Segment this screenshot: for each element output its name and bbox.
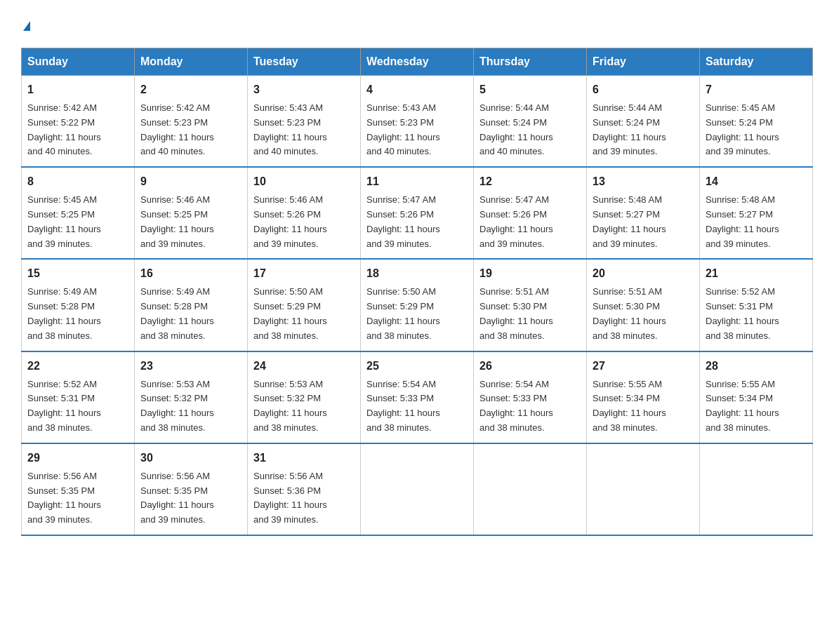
- logo-top-row: [21, 14, 30, 34]
- day-number: 19: [479, 265, 581, 282]
- day-info: Sunrise: 5:55 AMSunset: 5:34 PMDaylight:…: [706, 377, 807, 436]
- day-info: Sunrise: 5:47 AMSunset: 5:26 PMDaylight:…: [366, 193, 468, 251]
- week-row-2: 8Sunrise: 5:45 AMSunset: 5:25 PMDaylight…: [22, 167, 813, 259]
- day-number: 21: [706, 265, 807, 282]
- day-number: 8: [27, 173, 128, 190]
- week-row-5: 29Sunrise: 5:56 AMSunset: 5:35 PMDayligh…: [22, 443, 813, 535]
- week-row-4: 22Sunrise: 5:52 AMSunset: 5:31 PMDayligh…: [22, 351, 813, 443]
- page-header: [21, 14, 813, 34]
- day-info: Sunrise: 5:56 AMSunset: 5:36 PMDaylight:…: [253, 469, 355, 528]
- day-info: Sunrise: 5:42 AMSunset: 5:23 PMDaylight:…: [140, 101, 241, 159]
- calendar-cell: 14Sunrise: 5:48 AMSunset: 5:27 PMDayligh…: [700, 167, 813, 259]
- calendar-cell: [361, 443, 474, 535]
- day-number: 27: [593, 358, 694, 375]
- day-number: 10: [253, 173, 355, 190]
- col-header-wednesday: Wednesday: [361, 48, 474, 76]
- day-number: 23: [140, 358, 241, 375]
- calendar-cell: 22Sunrise: 5:52 AMSunset: 5:31 PMDayligh…: [22, 351, 135, 443]
- col-header-friday: Friday: [587, 48, 700, 76]
- calendar-cell: 17Sunrise: 5:50 AMSunset: 5:29 PMDayligh…: [248, 259, 361, 351]
- day-number: 11: [366, 173, 468, 190]
- calendar-cell: 1Sunrise: 5:42 AMSunset: 5:22 PMDaylight…: [22, 76, 135, 168]
- day-info: Sunrise: 5:45 AMSunset: 5:24 PMDaylight:…: [706, 101, 807, 159]
- calendar-cell: 30Sunrise: 5:56 AMSunset: 5:35 PMDayligh…: [135, 443, 248, 535]
- logo: [21, 14, 30, 34]
- day-info: Sunrise: 5:54 AMSunset: 5:33 PMDaylight:…: [479, 377, 581, 436]
- calendar-cell: 10Sunrise: 5:46 AMSunset: 5:26 PMDayligh…: [248, 167, 361, 259]
- day-info: Sunrise: 5:50 AMSunset: 5:29 PMDaylight:…: [366, 285, 468, 343]
- day-info: Sunrise: 5:46 AMSunset: 5:25 PMDaylight:…: [140, 193, 241, 251]
- calendar-table: SundayMondayTuesdayWednesdayThursdayFrid…: [21, 48, 813, 536]
- day-info: Sunrise: 5:54 AMSunset: 5:33 PMDaylight:…: [366, 377, 468, 436]
- day-number: 20: [593, 265, 694, 282]
- calendar-cell: 31Sunrise: 5:56 AMSunset: 5:36 PMDayligh…: [248, 443, 361, 535]
- week-row-1: 1Sunrise: 5:42 AMSunset: 5:22 PMDaylight…: [22, 76, 813, 168]
- day-number: 12: [479, 173, 581, 190]
- day-info: Sunrise: 5:50 AMSunset: 5:29 PMDaylight:…: [253, 285, 355, 343]
- day-number: 7: [706, 81, 807, 98]
- day-info: Sunrise: 5:51 AMSunset: 5:30 PMDaylight:…: [479, 285, 581, 343]
- day-info: Sunrise: 5:44 AMSunset: 5:24 PMDaylight:…: [479, 101, 581, 159]
- day-info: Sunrise: 5:53 AMSunset: 5:32 PMDaylight:…: [253, 377, 355, 436]
- calendar-cell: [587, 443, 700, 535]
- calendar-cell: 6Sunrise: 5:44 AMSunset: 5:24 PMDaylight…: [587, 76, 700, 168]
- calendar-cell: 11Sunrise: 5:47 AMSunset: 5:26 PMDayligh…: [361, 167, 474, 259]
- day-info: Sunrise: 5:52 AMSunset: 5:31 PMDaylight:…: [706, 285, 807, 343]
- calendar-cell: 23Sunrise: 5:53 AMSunset: 5:32 PMDayligh…: [135, 351, 248, 443]
- calendar-cell: 27Sunrise: 5:55 AMSunset: 5:34 PMDayligh…: [587, 351, 700, 443]
- day-number: 30: [140, 450, 241, 467]
- day-info: Sunrise: 5:42 AMSunset: 5:22 PMDaylight:…: [27, 101, 128, 159]
- calendar-cell: 8Sunrise: 5:45 AMSunset: 5:25 PMDaylight…: [22, 167, 135, 259]
- day-info: Sunrise: 5:49 AMSunset: 5:28 PMDaylight:…: [27, 285, 128, 343]
- day-info: Sunrise: 5:43 AMSunset: 5:23 PMDaylight:…: [253, 101, 355, 159]
- day-info: Sunrise: 5:48 AMSunset: 5:27 PMDaylight:…: [706, 193, 807, 251]
- calendar-cell: 25Sunrise: 5:54 AMSunset: 5:33 PMDayligh…: [361, 351, 474, 443]
- day-info: Sunrise: 5:46 AMSunset: 5:26 PMDaylight:…: [253, 193, 355, 251]
- day-info: Sunrise: 5:45 AMSunset: 5:25 PMDaylight:…: [27, 193, 128, 251]
- calendar-cell: 3Sunrise: 5:43 AMSunset: 5:23 PMDaylight…: [248, 76, 361, 168]
- calendar-cell: 21Sunrise: 5:52 AMSunset: 5:31 PMDayligh…: [700, 259, 813, 351]
- day-number: 9: [140, 173, 241, 190]
- calendar-cell: 5Sunrise: 5:44 AMSunset: 5:24 PMDaylight…: [474, 76, 587, 168]
- day-number: 22: [27, 358, 128, 375]
- col-header-saturday: Saturday: [700, 48, 813, 76]
- day-number: 26: [479, 358, 581, 375]
- logo-triangle-icon: [23, 21, 30, 31]
- day-info: Sunrise: 5:44 AMSunset: 5:24 PMDaylight:…: [593, 101, 694, 159]
- col-header-tuesday: Tuesday: [248, 48, 361, 76]
- day-number: 24: [253, 358, 355, 375]
- day-info: Sunrise: 5:55 AMSunset: 5:34 PMDaylight:…: [593, 377, 694, 436]
- day-info: Sunrise: 5:49 AMSunset: 5:28 PMDaylight:…: [140, 285, 241, 343]
- calendar-cell: 13Sunrise: 5:48 AMSunset: 5:27 PMDayligh…: [587, 167, 700, 259]
- calendar-cell: 20Sunrise: 5:51 AMSunset: 5:30 PMDayligh…: [587, 259, 700, 351]
- day-number: 29: [27, 450, 128, 467]
- calendar-cell: 4Sunrise: 5:43 AMSunset: 5:23 PMDaylight…: [361, 76, 474, 168]
- calendar-cell: 12Sunrise: 5:47 AMSunset: 5:26 PMDayligh…: [474, 167, 587, 259]
- day-number: 4: [366, 81, 468, 98]
- day-number: 3: [253, 81, 355, 98]
- calendar-cell: [474, 443, 587, 535]
- calendar-cell: 7Sunrise: 5:45 AMSunset: 5:24 PMDaylight…: [700, 76, 813, 168]
- col-header-monday: Monday: [135, 48, 248, 76]
- calendar-cell: 2Sunrise: 5:42 AMSunset: 5:23 PMDaylight…: [135, 76, 248, 168]
- day-number: 15: [27, 265, 128, 282]
- day-number: 28: [706, 358, 807, 375]
- calendar-header-row: SundayMondayTuesdayWednesdayThursdayFrid…: [22, 48, 813, 76]
- calendar-cell: 26Sunrise: 5:54 AMSunset: 5:33 PMDayligh…: [474, 351, 587, 443]
- day-info: Sunrise: 5:56 AMSunset: 5:35 PMDaylight:…: [140, 469, 241, 528]
- day-info: Sunrise: 5:51 AMSunset: 5:30 PMDaylight:…: [593, 285, 694, 343]
- day-number: 25: [366, 358, 468, 375]
- calendar-cell: 28Sunrise: 5:55 AMSunset: 5:34 PMDayligh…: [700, 351, 813, 443]
- day-number: 31: [253, 450, 355, 467]
- calendar-cell: 24Sunrise: 5:53 AMSunset: 5:32 PMDayligh…: [248, 351, 361, 443]
- day-number: 14: [706, 173, 807, 190]
- day-number: 1: [27, 81, 128, 98]
- calendar-cell: 16Sunrise: 5:49 AMSunset: 5:28 PMDayligh…: [135, 259, 248, 351]
- day-number: 16: [140, 265, 241, 282]
- day-number: 6: [593, 81, 694, 98]
- day-info: Sunrise: 5:52 AMSunset: 5:31 PMDaylight:…: [27, 377, 128, 436]
- day-number: 5: [479, 81, 581, 98]
- day-info: Sunrise: 5:48 AMSunset: 5:27 PMDaylight:…: [593, 193, 694, 251]
- col-header-sunday: Sunday: [22, 48, 135, 76]
- calendar-cell: 9Sunrise: 5:46 AMSunset: 5:25 PMDaylight…: [135, 167, 248, 259]
